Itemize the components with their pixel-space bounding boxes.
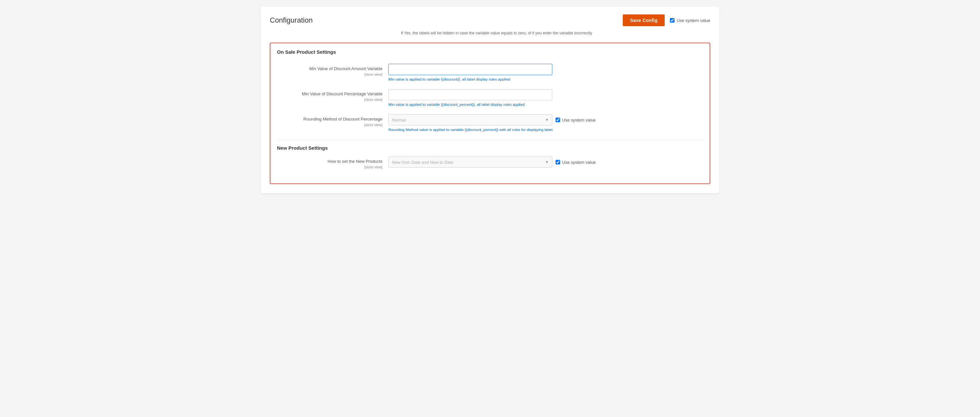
how-to-set-use-system-label[interactable]: Use system value xyxy=(555,160,596,165)
new-product-section-title: New Product Settings xyxy=(277,140,703,151)
min-discount-percentage-row: Min Value of Discount Percentage Variabl… xyxy=(277,89,703,108)
use-system-value-header-label[interactable]: Use system value xyxy=(670,18,710,23)
how-to-set-sublabel: [store view] xyxy=(277,165,382,169)
rounding-method-use-system-label[interactable]: Use system value xyxy=(555,117,596,122)
how-to-set-use-system-text: Use system value xyxy=(562,160,596,165)
min-discount-percentage-label: Min Value of Discount Percentage Variabl… xyxy=(277,91,382,97)
page-title: Configuration xyxy=(270,16,313,25)
min-discount-percentage-input[interactable] xyxy=(388,89,552,100)
how-to-set-label-col: How to set the New Products [store view] xyxy=(277,157,388,169)
rounding-method-control: Normal Floor Ceil ▼ Use system value Rou… xyxy=(388,114,703,132)
min-discount-percentage-sublabel: [store view] xyxy=(277,98,382,101)
section-box: On Sale Product Settings Min Value of Di… xyxy=(270,43,710,184)
how-to-set-select-wrapper: New from Date and New to Date Custom ▼ xyxy=(388,157,552,168)
header-right: Save Config Use system value xyxy=(623,14,710,26)
page-wrapper: Configuration Save Config Use system val… xyxy=(261,6,719,193)
header-row: Configuration Save Config Use system val… xyxy=(270,14,710,26)
save-config-button[interactable]: Save Config xyxy=(623,14,665,26)
rounding-method-use-system-text: Use system value xyxy=(562,117,596,122)
min-discount-amount-control: Min value is applied to variable {{disco… xyxy=(388,64,703,82)
how-to-set-control: New from Date and New to Date Custom ▼ U… xyxy=(388,157,703,168)
rounding-method-select-wrapper: Normal Floor Ceil ▼ xyxy=(388,114,552,125)
rounding-method-input-row: Normal Floor Ceil ▼ Use system value xyxy=(388,114,703,125)
how-to-set-label: How to set the New Products xyxy=(277,159,382,165)
use-system-value-header-checkbox[interactable] xyxy=(670,18,675,22)
min-discount-amount-input[interactable] xyxy=(388,64,552,75)
rounding-method-use-system-checkbox[interactable] xyxy=(555,117,560,122)
on-sale-section-title: On Sale Product Settings xyxy=(277,49,703,57)
rounding-method-label-col: Rounding Method of Discount Percentage [… xyxy=(277,114,388,127)
min-discount-amount-input-row xyxy=(388,64,703,75)
use-system-value-header-text: Use system value xyxy=(676,18,710,23)
how-to-set-row: How to set the New Products [store view]… xyxy=(277,157,703,170)
min-discount-percentage-label-col: Min Value of Discount Percentage Variabl… xyxy=(277,89,388,101)
top-note: If Yes, the labels will be hidden in cas… xyxy=(270,30,710,36)
rounding-method-hint: Rounding Method value is applied to vari… xyxy=(388,127,703,132)
how-to-set-input-row: New from Date and New to Date Custom ▼ U… xyxy=(388,157,703,168)
how-to-set-use-system-checkbox[interactable] xyxy=(555,160,560,165)
min-discount-percentage-hint: Min value is applied to variable {{disco… xyxy=(388,102,703,107)
main-card: Configuration Save Config Use system val… xyxy=(261,6,719,193)
min-discount-amount-hint: Min value is applied to variable {{disco… xyxy=(388,77,703,82)
min-discount-amount-row: Min Value of Discount Amount Variable [s… xyxy=(277,64,703,83)
rounding-method-label: Rounding Method of Discount Percentage xyxy=(277,116,382,122)
how-to-set-select[interactable]: New from Date and New to Date Custom xyxy=(388,157,552,168)
min-discount-amount-label-col: Min Value of Discount Amount Variable [s… xyxy=(277,64,388,76)
min-discount-percentage-control: Min value is applied to variable {{disco… xyxy=(388,89,703,107)
rounding-method-sublabel: [store view] xyxy=(277,123,382,127)
min-discount-percentage-input-row xyxy=(388,89,703,100)
min-discount-amount-sublabel: [store view] xyxy=(277,72,382,76)
rounding-method-row: Rounding Method of Discount Percentage [… xyxy=(277,114,703,134)
min-discount-amount-label: Min Value of Discount Amount Variable xyxy=(277,66,382,72)
rounding-method-select[interactable]: Normal Floor Ceil xyxy=(388,114,552,125)
